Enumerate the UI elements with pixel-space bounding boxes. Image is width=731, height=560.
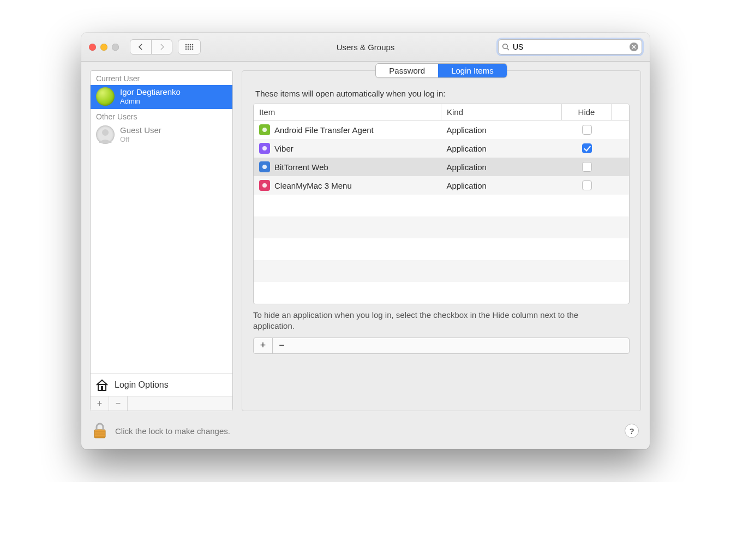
app-kind: Application (441, 139, 562, 158)
app-icon (259, 143, 270, 154)
svg-point-3 (192, 44, 194, 46)
tab-login-items[interactable]: Login Items (438, 64, 507, 77)
app-name: Viber (274, 144, 293, 153)
svg-point-18 (262, 146, 267, 150)
users-sidebar: Current User Igor Degtiarenko Admin Othe… (90, 70, 233, 411)
hide-checkbox[interactable] (582, 162, 592, 172)
app-kind: Application (441, 121, 562, 140)
svg-point-11 (192, 49, 194, 50)
login-options-button[interactable]: Login Options (91, 374, 232, 396)
user-name: Guest User (120, 126, 161, 135)
add-login-item-button[interactable]: + (254, 338, 272, 353)
main-panel: Password Login Items These items will op… (242, 70, 641, 411)
sidebar-add-remove: + − (91, 396, 232, 411)
user-role: Off (120, 135, 161, 143)
back-button[interactable] (130, 40, 151, 54)
empty-row (254, 195, 629, 216)
svg-point-7 (192, 46, 194, 48)
svg-point-19 (262, 165, 267, 169)
user-role: Admin (120, 97, 181, 105)
col-kind[interactable]: Kind (441, 104, 562, 121)
users-list: Current User Igor Degtiarenko Admin Othe… (91, 71, 232, 374)
svg-line-13 (507, 49, 510, 51)
col-hide[interactable]: Hide (562, 104, 612, 121)
svg-point-5 (188, 46, 189, 48)
svg-point-0 (185, 44, 187, 46)
lock-icon[interactable] (92, 422, 107, 439)
hide-checkbox[interactable] (582, 180, 592, 190)
svg-point-1 (188, 44, 189, 46)
svg-point-12 (503, 44, 508, 49)
app-name: BitTorrent Web (274, 162, 328, 172)
avatar (96, 87, 115, 106)
footer: Click the lock to make changes. ? (81, 416, 650, 449)
house-icon (95, 378, 109, 392)
search-input[interactable] (512, 42, 627, 52)
app-icon (259, 180, 270, 191)
login-item-row[interactable]: Viber Application (254, 139, 629, 158)
login-items-table: Item Kind Hide Android File Transfer Age… (253, 104, 630, 304)
login-items-heading: These items will open automatically when… (255, 89, 630, 98)
forward-button[interactable] (151, 40, 172, 54)
body: Current User Igor Degtiarenko Admin Othe… (81, 62, 650, 416)
toolbar: Users & Groups (81, 33, 650, 62)
app-kind: Application (441, 158, 562, 176)
lock-text: Click the lock to make changes. (115, 426, 230, 436)
login-item-row[interactable]: BitTorrent Web Application (254, 158, 629, 176)
app-icon (259, 161, 270, 172)
hide-checkbox[interactable] (582, 143, 592, 153)
search-field[interactable] (498, 39, 642, 55)
nav-back-forward (130, 39, 172, 55)
user-row-guest[interactable]: Guest User Off (91, 123, 232, 147)
col-spacer (612, 104, 630, 121)
tab-bar: Password Login Items (253, 63, 630, 78)
current-user-label: Current User (91, 71, 232, 85)
svg-point-8 (185, 49, 187, 50)
help-button[interactable]: ? (625, 424, 639, 438)
svg-point-4 (185, 46, 187, 48)
hide-checkbox[interactable] (582, 125, 592, 135)
show-all-button[interactable] (178, 39, 201, 55)
remove-user-button[interactable]: − (109, 396, 128, 411)
svg-point-20 (262, 183, 267, 188)
user-name: Igor Degtiarenko (120, 88, 181, 97)
window-controls (89, 44, 119, 51)
zoom-window-button[interactable] (112, 44, 119, 51)
col-item[interactable]: Item (254, 104, 441, 121)
svg-point-10 (190, 49, 191, 50)
empty-row (254, 260, 629, 282)
search-icon (502, 43, 510, 51)
remove-login-item-button[interactable]: − (272, 338, 291, 353)
svg-rect-16 (101, 386, 103, 390)
svg-point-9 (188, 49, 189, 50)
app-kind: Application (441, 176, 562, 195)
login-options-label: Login Options (115, 380, 169, 390)
minimize-window-button[interactable] (100, 44, 107, 51)
login-item-row[interactable]: CleanMyMac 3 Menu Application (254, 176, 629, 195)
add-user-button[interactable]: + (91, 396, 109, 411)
hide-note: To hide an application when you log in, … (253, 310, 580, 332)
preferences-window: Users & Groups Current User Igor Degtiar… (81, 33, 650, 449)
clear-search-button[interactable] (630, 43, 638, 51)
other-users-label: Other Users (91, 109, 232, 123)
login-items-add-remove: + − (253, 338, 630, 354)
empty-row (254, 238, 629, 260)
svg-point-6 (190, 46, 191, 48)
app-icon (259, 124, 270, 135)
app-name: Android File Transfer Agent (274, 125, 374, 135)
app-name: CleanMyMac 3 Menu (274, 181, 352, 190)
svg-point-14 (102, 129, 109, 136)
empty-row (254, 282, 629, 304)
tab-password[interactable]: Password (376, 64, 438, 77)
login-item-row[interactable]: Android File Transfer Agent Application (254, 121, 629, 140)
close-window-button[interactable] (89, 44, 96, 51)
svg-point-17 (262, 128, 267, 132)
svg-point-2 (190, 44, 191, 46)
avatar (96, 125, 115, 144)
user-row-current[interactable]: Igor Degtiarenko Admin (91, 85, 232, 109)
empty-row (254, 216, 629, 238)
